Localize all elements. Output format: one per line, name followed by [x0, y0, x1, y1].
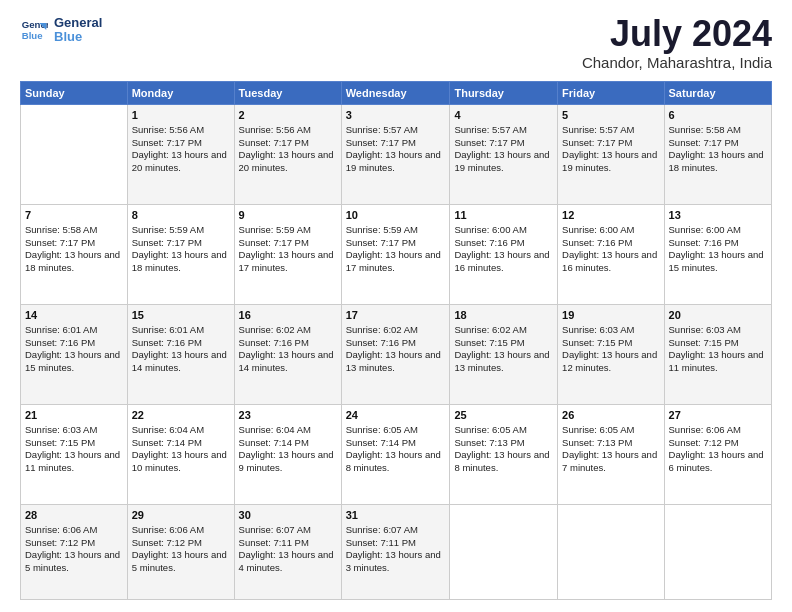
day-number: 9 — [239, 208, 337, 223]
daylight-text: Daylight: 13 hours and 7 minutes. — [562, 449, 657, 473]
daylight-text: Daylight: 13 hours and 13 minutes. — [454, 349, 549, 373]
daylight-text: Daylight: 13 hours and 15 minutes. — [25, 349, 120, 373]
sunset-text: Sunset: 7:13 PM — [454, 437, 524, 448]
location: Chandor, Maharashtra, India — [582, 54, 772, 71]
sunrise-text: Sunrise: 6:03 AM — [25, 424, 97, 435]
daylight-text: Daylight: 13 hours and 8 minutes. — [454, 449, 549, 473]
sunrise-text: Sunrise: 6:02 AM — [239, 324, 311, 335]
calendar-cell — [450, 505, 558, 600]
day-number: 7 — [25, 208, 123, 223]
sunset-text: Sunset: 7:17 PM — [132, 137, 202, 148]
calendar-cell: 19Sunrise: 6:03 AMSunset: 7:15 PMDayligh… — [558, 305, 664, 405]
sunset-text: Sunset: 7:14 PM — [132, 437, 202, 448]
calendar-cell: 27Sunrise: 6:06 AMSunset: 7:12 PMDayligh… — [664, 405, 771, 505]
sunset-text: Sunset: 7:17 PM — [132, 237, 202, 248]
sunrise-text: Sunrise: 5:58 AM — [669, 124, 741, 135]
sunrise-text: Sunrise: 6:05 AM — [562, 424, 634, 435]
sunrise-text: Sunrise: 6:00 AM — [669, 224, 741, 235]
calendar-cell: 3Sunrise: 5:57 AMSunset: 7:17 PMDaylight… — [341, 105, 450, 205]
day-header-saturday: Saturday — [664, 82, 771, 105]
daylight-text: Daylight: 13 hours and 15 minutes. — [669, 249, 764, 273]
day-number: 28 — [25, 508, 123, 523]
sunset-text: Sunset: 7:16 PM — [239, 337, 309, 348]
day-number: 21 — [25, 408, 123, 423]
month-title: July 2024 — [582, 16, 772, 52]
day-number: 23 — [239, 408, 337, 423]
calendar-cell: 30Sunrise: 6:07 AMSunset: 7:11 PMDayligh… — [234, 505, 341, 600]
day-number: 5 — [562, 108, 659, 123]
calendar-cell: 9Sunrise: 5:59 AMSunset: 7:17 PMDaylight… — [234, 205, 341, 305]
sunrise-text: Sunrise: 6:00 AM — [562, 224, 634, 235]
sunrise-text: Sunrise: 6:06 AM — [25, 524, 97, 535]
sunset-text: Sunset: 7:15 PM — [25, 437, 95, 448]
calendar-cell: 23Sunrise: 6:04 AMSunset: 7:14 PMDayligh… — [234, 405, 341, 505]
title-block: July 2024 Chandor, Maharashtra, India — [582, 16, 772, 71]
day-number: 4 — [454, 108, 553, 123]
sunset-text: Sunset: 7:16 PM — [346, 337, 416, 348]
calendar-cell: 10Sunrise: 5:59 AMSunset: 7:17 PMDayligh… — [341, 205, 450, 305]
sunrise-text: Sunrise: 6:03 AM — [669, 324, 741, 335]
sunset-text: Sunset: 7:17 PM — [454, 137, 524, 148]
logo-text-line1: General — [54, 16, 102, 30]
calendar-cell: 4Sunrise: 5:57 AMSunset: 7:17 PMDaylight… — [450, 105, 558, 205]
calendar-cell: 16Sunrise: 6:02 AMSunset: 7:16 PMDayligh… — [234, 305, 341, 405]
daylight-text: Daylight: 13 hours and 11 minutes. — [25, 449, 120, 473]
daylight-text: Daylight: 13 hours and 6 minutes. — [669, 449, 764, 473]
sunrise-text: Sunrise: 6:01 AM — [132, 324, 204, 335]
day-number: 29 — [132, 508, 230, 523]
calendar-cell: 8Sunrise: 5:59 AMSunset: 7:17 PMDaylight… — [127, 205, 234, 305]
day-header-wednesday: Wednesday — [341, 82, 450, 105]
calendar-cell: 13Sunrise: 6:00 AMSunset: 7:16 PMDayligh… — [664, 205, 771, 305]
day-header-tuesday: Tuesday — [234, 82, 341, 105]
day-number: 11 — [454, 208, 553, 223]
sunset-text: Sunset: 7:17 PM — [669, 137, 739, 148]
calendar-cell: 6Sunrise: 5:58 AMSunset: 7:17 PMDaylight… — [664, 105, 771, 205]
daylight-text: Daylight: 13 hours and 14 minutes. — [239, 349, 334, 373]
sunset-text: Sunset: 7:11 PM — [346, 537, 416, 548]
calendar-cell — [558, 505, 664, 600]
sunrise-text: Sunrise: 6:01 AM — [25, 324, 97, 335]
day-number: 31 — [346, 508, 446, 523]
calendar-cell: 29Sunrise: 6:06 AMSunset: 7:12 PMDayligh… — [127, 505, 234, 600]
sunset-text: Sunset: 7:12 PM — [132, 537, 202, 548]
day-number: 25 — [454, 408, 553, 423]
daylight-text: Daylight: 13 hours and 16 minutes. — [562, 249, 657, 273]
calendar-table: SundayMondayTuesdayWednesdayThursdayFrid… — [20, 81, 772, 600]
sunset-text: Sunset: 7:12 PM — [669, 437, 739, 448]
day-number: 18 — [454, 308, 553, 323]
logo: General Blue General Blue — [20, 16, 102, 45]
sunset-text: Sunset: 7:17 PM — [239, 237, 309, 248]
sunset-text: Sunset: 7:15 PM — [562, 337, 632, 348]
day-number: 19 — [562, 308, 659, 323]
sunset-text: Sunset: 7:12 PM — [25, 537, 95, 548]
sunrise-text: Sunrise: 5:57 AM — [346, 124, 418, 135]
daylight-text: Daylight: 13 hours and 11 minutes. — [669, 349, 764, 373]
logo-icon: General Blue — [20, 16, 48, 44]
sunrise-text: Sunrise: 6:07 AM — [239, 524, 311, 535]
sunset-text: Sunset: 7:14 PM — [346, 437, 416, 448]
day-number: 13 — [669, 208, 767, 223]
sunrise-text: Sunrise: 5:59 AM — [132, 224, 204, 235]
sunrise-text: Sunrise: 6:02 AM — [346, 324, 418, 335]
daylight-text: Daylight: 13 hours and 17 minutes. — [239, 249, 334, 273]
daylight-text: Daylight: 13 hours and 10 minutes. — [132, 449, 227, 473]
daylight-text: Daylight: 13 hours and 3 minutes. — [346, 549, 441, 573]
calendar-cell: 21Sunrise: 6:03 AMSunset: 7:15 PMDayligh… — [21, 405, 128, 505]
calendar-cell: 26Sunrise: 6:05 AMSunset: 7:13 PMDayligh… — [558, 405, 664, 505]
sunrise-text: Sunrise: 6:00 AM — [454, 224, 526, 235]
day-number: 6 — [669, 108, 767, 123]
sunset-text: Sunset: 7:16 PM — [454, 237, 524, 248]
sunrise-text: Sunrise: 6:06 AM — [669, 424, 741, 435]
day-number: 30 — [239, 508, 337, 523]
day-number: 14 — [25, 308, 123, 323]
calendar-cell: 15Sunrise: 6:01 AMSunset: 7:16 PMDayligh… — [127, 305, 234, 405]
day-number: 26 — [562, 408, 659, 423]
page-header: General Blue General Blue July 2024 Chan… — [20, 16, 772, 71]
sunrise-text: Sunrise: 5:57 AM — [454, 124, 526, 135]
sunrise-text: Sunrise: 6:04 AM — [239, 424, 311, 435]
calendar-cell: 1Sunrise: 5:56 AMSunset: 7:17 PMDaylight… — [127, 105, 234, 205]
sunset-text: Sunset: 7:16 PM — [669, 237, 739, 248]
sunrise-text: Sunrise: 5:56 AM — [239, 124, 311, 135]
calendar-cell: 17Sunrise: 6:02 AMSunset: 7:16 PMDayligh… — [341, 305, 450, 405]
calendar-cell: 7Sunrise: 5:58 AMSunset: 7:17 PMDaylight… — [21, 205, 128, 305]
